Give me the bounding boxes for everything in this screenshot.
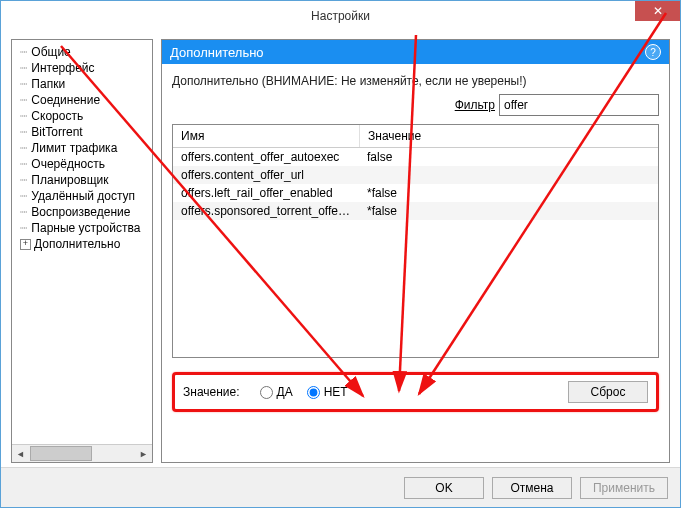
value-label: Значение: xyxy=(183,385,240,399)
sidebar-item-12[interactable]: +Дополнительно xyxy=(18,236,150,252)
radio-no-input[interactable] xyxy=(307,386,320,399)
radio-no[interactable]: НЕТ xyxy=(307,385,348,399)
cell-value: *false xyxy=(359,202,658,220)
sidebar-item-7[interactable]: ┈ Очерёдность xyxy=(18,156,150,172)
close-icon: ✕ xyxy=(653,4,663,18)
apply-button[interactable]: Применить xyxy=(580,477,668,499)
table-row[interactable]: offers.content_offer_autoexecfalse xyxy=(173,148,658,166)
sidebar-item-3[interactable]: ┈ Соединение xyxy=(18,92,150,108)
col-value[interactable]: Значение xyxy=(360,125,658,147)
reset-button[interactable]: Сброс xyxy=(568,381,648,403)
col-name[interactable]: Имя xyxy=(173,125,360,147)
table-header: Имя Значение xyxy=(173,125,658,148)
sidebar: ┈ Общие┈ Интерфейс┈ Папки┈ Соединение┈ С… xyxy=(11,39,153,463)
radio-yes[interactable]: ДА xyxy=(260,385,293,399)
sidebar-item-0[interactable]: ┈ Общие xyxy=(18,44,150,60)
cell-name: offers.content_offer_autoexec xyxy=(173,148,359,166)
filter-input[interactable] xyxy=(499,94,659,116)
sidebar-item-2[interactable]: ┈ Папки xyxy=(18,76,150,92)
advanced-table[interactable]: Имя Значение offers.content_offer_autoex… xyxy=(172,124,659,358)
settings-window: Настройки ✕ ┈ Общие┈ Интерфейс┈ Папки┈ С… xyxy=(0,0,681,508)
close-button[interactable]: ✕ xyxy=(635,1,680,21)
cell-name: offers.sponsored_torrent_offer... xyxy=(173,202,359,220)
sidebar-item-1[interactable]: ┈ Интерфейс xyxy=(18,60,150,76)
ok-button[interactable]: OK xyxy=(404,477,484,499)
titlebar: Настройки ✕ xyxy=(1,1,680,31)
table-row[interactable]: offers.content_offer_url xyxy=(173,166,658,184)
filter-label: Фильтр xyxy=(455,98,495,112)
cell-value xyxy=(359,166,658,184)
expand-icon[interactable]: + xyxy=(20,239,31,250)
radio-no-label: НЕТ xyxy=(324,385,348,399)
dialog-footer: OK Отмена Применить xyxy=(1,467,680,507)
radio-yes-label: ДА xyxy=(277,385,293,399)
cell-value: *false xyxy=(359,184,658,202)
table-row[interactable]: offers.left_rail_offer_enabled*false xyxy=(173,184,658,202)
sidebar-scrollbar[interactable]: ◄ ► xyxy=(12,444,152,462)
sidebar-item-5[interactable]: ┈ BitTorrent xyxy=(18,124,150,140)
warning-text: Дополнительно (ВНИМАНИЕ: Не изменяйте, е… xyxy=(162,64,669,94)
scroll-right-icon[interactable]: ► xyxy=(135,445,152,462)
scroll-thumb[interactable] xyxy=(30,446,92,461)
section-header: Дополнительно ? xyxy=(162,40,669,64)
value-editor: Значение: ДА НЕТ Сброс xyxy=(172,372,659,412)
sidebar-item-8[interactable]: ┈ Планировщик xyxy=(18,172,150,188)
section-title: Дополнительно xyxy=(170,45,264,60)
sidebar-item-4[interactable]: ┈ Скорость xyxy=(18,108,150,124)
cancel-button[interactable]: Отмена xyxy=(492,477,572,499)
main-panel: Дополнительно ? Дополнительно (ВНИМАНИЕ:… xyxy=(161,39,670,463)
table-row[interactable]: offers.sponsored_torrent_offer...*false xyxy=(173,202,658,220)
help-icon[interactable]: ? xyxy=(645,44,661,60)
sidebar-item-6[interactable]: ┈ Лимит трафика xyxy=(18,140,150,156)
sidebar-item-9[interactable]: ┈ Удалённый доступ xyxy=(18,188,150,204)
radio-yes-input[interactable] xyxy=(260,386,273,399)
sidebar-item-11[interactable]: ┈ Парные устройства xyxy=(18,220,150,236)
cell-value: false xyxy=(359,148,658,166)
window-title: Настройки xyxy=(311,9,370,23)
cell-name: offers.content_offer_url xyxy=(173,166,359,184)
scroll-left-icon[interactable]: ◄ xyxy=(12,445,29,462)
cell-name: offers.left_rail_offer_enabled xyxy=(173,184,359,202)
sidebar-item-10[interactable]: ┈ Воспроизведение xyxy=(18,204,150,220)
